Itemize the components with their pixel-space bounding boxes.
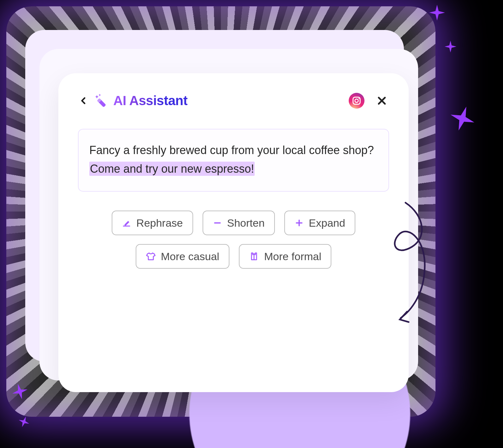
svg-point-4 <box>358 98 359 99</box>
more-formal-button[interactable]: More formal <box>239 244 331 269</box>
svg-point-3 <box>355 99 358 103</box>
tshirt-icon <box>146 251 156 261</box>
plus-icon <box>294 218 304 228</box>
formal-label: More formal <box>264 251 321 262</box>
rephrase-icon <box>122 218 131 228</box>
rephrase-button[interactable]: Rephrase <box>112 211 193 235</box>
back-button[interactable] <box>78 95 89 106</box>
card-header: AI Assistant <box>78 93 389 109</box>
ai-assistant-card: AI Assistant Fancy a freshly brewed cup … <box>58 73 409 392</box>
more-casual-button[interactable]: More casual <box>136 244 229 269</box>
sparkle-icon <box>428 3 447 22</box>
expand-label: Expand <box>309 218 345 228</box>
minus-icon <box>213 218 222 228</box>
content-plain-text: Fancy a freshly brewed cup from your loc… <box>89 144 374 157</box>
rephrase-label: Rephrase <box>136 218 183 228</box>
card-title: AI Assistant <box>113 93 187 108</box>
sparkle-icon <box>444 100 482 138</box>
shorten-button[interactable]: Shorten <box>203 211 275 235</box>
shorten-label: Shorten <box>227 218 265 228</box>
magic-wand-icon <box>94 93 109 108</box>
close-button[interactable] <box>375 93 389 108</box>
content-highlighted-text: Come and try our new espresso! <box>89 162 255 176</box>
instagram-badge[interactable] <box>349 93 364 109</box>
sparkle-icon <box>443 39 458 54</box>
action-row: Rephrase Shorten Expand More casual <box>78 211 389 269</box>
casual-label: More casual <box>161 251 219 262</box>
expand-button[interactable]: Expand <box>284 211 355 235</box>
formal-shirt-icon <box>249 251 259 261</box>
content-text-box[interactable]: Fancy a freshly brewed cup from your loc… <box>78 129 389 192</box>
